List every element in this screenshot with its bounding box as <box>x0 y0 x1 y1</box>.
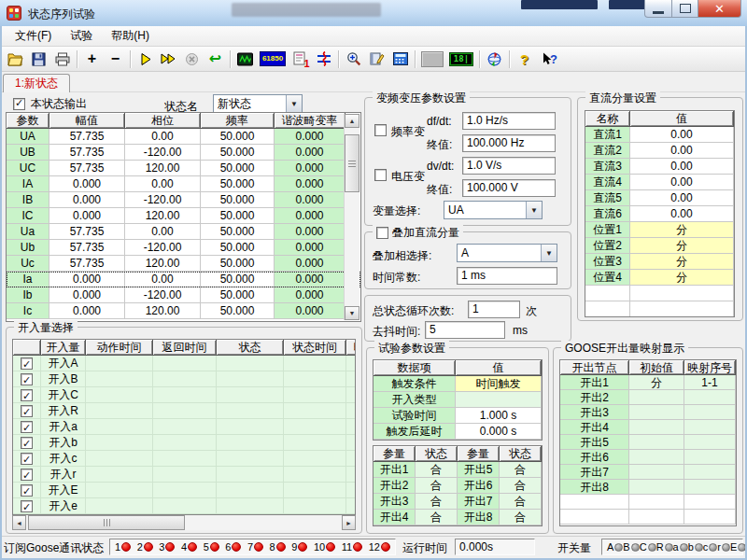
table-row[interactable]: 开入C1- <box>13 387 355 403</box>
chevron-down-icon[interactable]: ▼ <box>541 245 557 261</box>
table-row[interactable]: 开出2 <box>560 390 736 405</box>
scroll-left-icon[interactable]: ◄ <box>12 515 26 530</box>
scrollbar-thumb[interactable] <box>28 515 185 530</box>
table-row[interactable]: 开入R1- <box>13 403 355 419</box>
table-row[interactable]: 开入E <box>13 483 355 498</box>
input-table-scrollbar[interactable]: ◄ ► <box>12 515 356 530</box>
sync-button[interactable] <box>483 49 506 70</box>
table-row[interactable]: 开出5 <box>560 435 736 450</box>
table-row[interactable]: 开出3 <box>560 405 736 420</box>
debounce-input[interactable]: 5 <box>425 321 505 339</box>
tab-new-state[interactable]: 1:新状态 <box>3 74 70 92</box>
table-row[interactable]: 开出1合开出5合 <box>374 462 542 478</box>
minimize-button[interactable] <box>644 0 672 18</box>
maximize-button[interactable] <box>672 0 698 18</box>
table-row[interactable]: 开入类型 <box>374 392 542 408</box>
table-row[interactable]: UA57.7350.0050.0000.000 <box>7 129 360 145</box>
table-row[interactable]: 开入量动作时间返回时间状态状态时间映射 <box>13 340 355 356</box>
table-row[interactable]: 位置2分 <box>585 238 734 254</box>
start-test-button[interactable] <box>134 49 157 70</box>
table-row[interactable]: 直流50.00 <box>585 190 734 206</box>
table-row[interactable]: 开出7 <box>560 465 736 480</box>
row-checkbox[interactable] <box>21 437 33 449</box>
table-row[interactable]: 开入c <box>13 451 355 467</box>
scroll-up-icon[interactable]: ▲ <box>345 114 359 128</box>
table-row[interactable]: 参量状态参量状态 <box>374 446 542 462</box>
table-row[interactable]: 直流20.00 <box>585 143 734 159</box>
volt-change-checkbox[interactable] <box>374 169 387 181</box>
remove-state-button[interactable]: − <box>104 49 127 70</box>
scroll-down-icon[interactable]: ▼ <box>345 306 359 320</box>
table-row[interactable]: 位置3分 <box>585 254 734 270</box>
table-row[interactable]: 参数幅值相位频率谐波畸变率 <box>7 113 360 129</box>
row-checkbox[interactable] <box>21 500 33 512</box>
phase-select[interactable]: A ▼ <box>457 244 557 262</box>
parameter-table-scrollbar[interactable]: ▲ ▼ <box>344 114 359 320</box>
table-row[interactable]: 直流60.00 <box>585 206 734 222</box>
waveform-view-button[interactable] <box>233 49 257 70</box>
row-checkbox[interactable] <box>21 373 33 385</box>
row-checkbox[interactable] <box>21 453 33 465</box>
table-row[interactable]: Ib0.000-120.0050.0000.000 <box>7 287 360 303</box>
state-output-checkbox[interactable] <box>13 98 25 110</box>
table-row[interactable]: IA0.0000.0050.0000.000 <box>7 176 360 192</box>
row-checkbox[interactable] <box>21 357 33 370</box>
table-row[interactable]: UC57.735120.0050.0000.000 <box>7 161 360 176</box>
dc-superpose-checkbox[interactable] <box>376 227 388 239</box>
table-row[interactable]: 开出节点初始值映射序号 <box>560 360 736 375</box>
add-state-button[interactable]: + <box>80 49 104 70</box>
freq-final-input[interactable]: 100.000 Hz <box>462 134 556 152</box>
table-row[interactable] <box>585 286 734 301</box>
led-display-button[interactable]: 18| <box>446 49 476 70</box>
undo-button[interactable]: ↩ <box>204 49 227 70</box>
chevron-down-icon[interactable]: ▼ <box>526 202 542 218</box>
row-checkbox[interactable] <box>21 421 33 433</box>
context-help-button[interactable]: ? <box>536 49 564 70</box>
scroll-right-icon[interactable]: ► <box>342 515 356 530</box>
table-row[interactable] <box>560 495 736 510</box>
table-row[interactable]: 开入b <box>13 435 355 451</box>
table-row[interactable]: 名称值 <box>585 111 734 127</box>
table-row[interactable]: 开入r <box>13 467 355 483</box>
table-row[interactable]: 位置1分 <box>585 222 734 238</box>
dvdt-input[interactable]: 1.0 V/s <box>462 157 556 175</box>
row-checkbox[interactable] <box>21 405 33 417</box>
fast-run-button[interactable] <box>157 49 180 70</box>
table-row[interactable] <box>560 510 736 525</box>
help-button[interactable]: ? <box>513 49 536 70</box>
variable-select[interactable]: UA ▼ <box>444 201 543 219</box>
cycle-count-input[interactable]: 1 <box>468 301 520 318</box>
table-row[interactable]: 开入e <box>13 498 355 514</box>
table-row[interactable]: 试验时间1.000 s <box>374 408 542 424</box>
table-row[interactable]: 直流40.00 <box>585 175 734 190</box>
table-row[interactable]: UB57.735-120.0050.0000.000 <box>7 145 360 161</box>
open-file-button[interactable] <box>4 49 27 70</box>
zoom-button[interactable] <box>342 49 365 70</box>
table-row[interactable]: IC0.000120.0050.0000.000 <box>7 208 360 224</box>
calculator-button[interactable] <box>388 49 412 70</box>
row-checkbox[interactable] <box>21 469 33 481</box>
state-name-select[interactable]: 新状态 ▼ <box>213 94 303 113</box>
table-row[interactable]: IB0.000-120.0050.0000.000 <box>7 192 360 208</box>
harmonic-button[interactable] <box>312 49 335 70</box>
dfdt-input[interactable]: 1.0 Hz/s <box>462 112 556 130</box>
row-checkbox[interactable] <box>21 389 33 401</box>
menu-file[interactable]: 文件(F) <box>6 26 61 46</box>
save-button[interactable] <box>27 49 50 70</box>
print-button[interactable] <box>50 49 74 70</box>
table-row[interactable]: Ia0.0000.0050.0000.000 <box>7 272 360 287</box>
chevron-down-icon[interactable]: ▼ <box>286 95 302 112</box>
table-row[interactable]: 触发后延时0.000 s <box>374 424 542 440</box>
table-row[interactable]: Ub57.735-120.0050.0000.000 <box>7 240 360 256</box>
table-row[interactable]: 位置4分 <box>585 270 734 286</box>
stop-button[interactable] <box>180 49 204 70</box>
table-row[interactable]: 开入A1- <box>13 356 355 371</box>
iec61850-config-button[interactable]: 61850 <box>257 49 289 70</box>
scrollbar-thumb[interactable] <box>345 134 359 192</box>
table-row[interactable]: 开出4 <box>560 420 736 435</box>
table-row[interactable]: 触发条件时间触发 <box>374 376 542 392</box>
table-row[interactable]: 开出8 <box>560 480 736 495</box>
table-row[interactable]: 开入B1- <box>13 371 355 387</box>
time-const-input[interactable]: 1 ms <box>457 267 557 285</box>
report-edit-button[interactable] <box>365 49 388 70</box>
